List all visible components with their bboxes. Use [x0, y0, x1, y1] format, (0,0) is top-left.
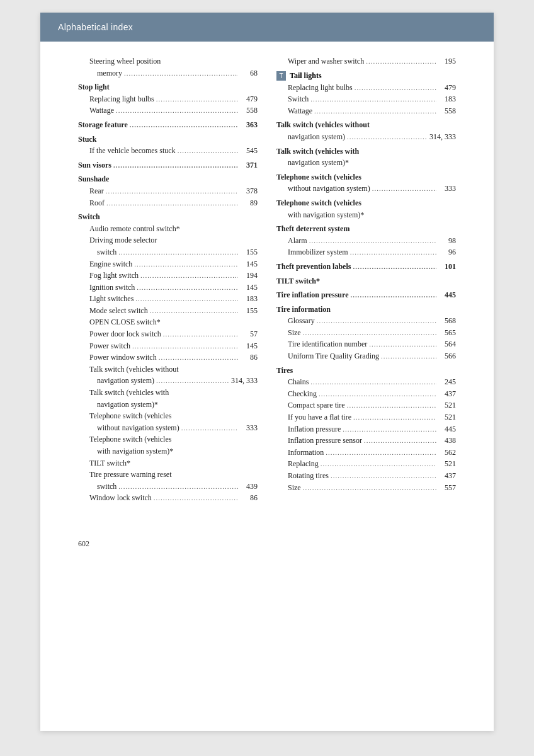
right-column: Wiper and washer switch.................… — [276, 55, 456, 504]
list-item: Tire identification number..............… — [276, 338, 456, 350]
list-item: Tires — [276, 365, 456, 377]
list-item: Audio remote control switch* — [78, 223, 258, 235]
list-item: switch..................................… — [78, 246, 258, 258]
t-badge: T — [276, 71, 286, 81]
list-item: Checking................................… — [276, 388, 456, 400]
list-item: Replacing light bulbs...................… — [78, 93, 258, 105]
page: Alphabetical index Steering wheel positi… — [40, 13, 494, 731]
list-item: Roof....................................… — [78, 197, 258, 209]
list-item: Talk switch (vehicles without — [276, 119, 456, 131]
list-item: Rear....................................… — [78, 185, 258, 197]
list-item: Talk switch (vehicles without — [78, 364, 258, 375]
list-item: Light switches..........................… — [78, 293, 258, 305]
tail-lights-label: Tail lights — [290, 71, 322, 81]
list-item: Compact spare tire......................… — [276, 399, 456, 411]
list-item: TILT switch* — [276, 275, 456, 287]
list-item: Tire inflation pressure.................… — [276, 289, 456, 301]
list-item: Wattage.................................… — [276, 105, 456, 117]
list-item: TILT switch* — [78, 457, 258, 469]
list-item: Theft deterrent system — [276, 223, 456, 235]
list-item: with navigation system)* — [276, 209, 456, 221]
list-item: Inflation pressure sensor...............… — [276, 435, 456, 447]
list-item: Immobilizer system......................… — [276, 246, 456, 258]
list-item: Sunshade — [78, 173, 258, 185]
list-item: with navigation system)* — [78, 445, 258, 457]
list-item: Telephone switch (vehicles — [78, 433, 258, 445]
list-item: Talk switch (vehicles with — [276, 146, 456, 158]
list-item: switch..................................… — [78, 481, 258, 493]
list-item: Ignition switch.........................… — [78, 282, 258, 294]
list-item: without navigation system)..............… — [276, 183, 456, 195]
list-item: navigation system)......................… — [78, 375, 258, 387]
list-item: without navigation system)..............… — [78, 422, 258, 434]
list-item: Wiper and washer switch.................… — [276, 55, 456, 67]
list-item: Switch..................................… — [276, 93, 456, 105]
list-item: Tire information — [276, 304, 456, 316]
list-item: Wattage.................................… — [78, 105, 258, 117]
list-item: Size....................................… — [276, 327, 456, 339]
list-item: Telephone switch (vehicles — [276, 197, 456, 209]
list-item: Uniform Tire Quality Grading............… — [276, 350, 456, 362]
list-item: Information.............................… — [276, 447, 456, 459]
list-item: Replacing...............................… — [276, 458, 456, 470]
list-item: Power switch............................… — [78, 340, 258, 352]
header-title: Alphabetical index — [58, 22, 133, 32]
list-item: Steering wheel position — [78, 55, 258, 67]
list-item: Size....................................… — [276, 482, 456, 494]
list-item: Alarm...................................… — [276, 235, 456, 247]
left-column: Steering wheel positionmemory...........… — [78, 55, 258, 504]
list-item: Switch — [78, 211, 258, 223]
list-item: Glossary................................… — [276, 315, 456, 327]
list-item: Tire pressure warning reset — [78, 469, 258, 481]
list-item: If you have a flat tire.................… — [276, 411, 456, 423]
list-item: Storage feature.........................… — [78, 119, 258, 131]
list-item: Telephone switch (vehicles — [276, 171, 456, 183]
list-item: Power door lock switch..................… — [78, 328, 258, 340]
list-item: Engine switch...........................… — [78, 258, 258, 270]
list-item: Power window switch.....................… — [78, 352, 258, 364]
header-bar: Alphabetical index — [40, 13, 494, 42]
list-item: Stop light — [78, 81, 258, 93]
page-number: 602 — [40, 539, 494, 561]
list-item: Chains..................................… — [276, 376, 456, 388]
list-item: Talk switch (vehicles with — [78, 387, 258, 399]
list-item: Driving mode selector — [78, 234, 258, 246]
list-item: Stuck — [78, 134, 258, 146]
list-item: OPEN CLOSE switch* — [78, 316, 258, 328]
list-item: Theft prevention labels.................… — [276, 261, 456, 273]
list-item: Mode select switch......................… — [78, 305, 258, 317]
list-item: navigation system)* — [78, 399, 258, 411]
list-item: Window lock switch......................… — [78, 492, 258, 504]
list-item: navigation system)* — [276, 157, 456, 169]
tail-lights-header: TTail lights — [276, 71, 456, 81]
list-item: Telephone switch (vehicles — [78, 410, 258, 422]
list-item: If the vehicle becomes stuck............… — [78, 145, 258, 157]
list-item: Rotating tires..........................… — [276, 470, 456, 482]
list-item: Inflation pressure......................… — [276, 423, 456, 435]
list-item: Sun visors..............................… — [78, 159, 258, 171]
list-item: navigation system)......................… — [276, 131, 456, 143]
list-item: memory..................................… — [78, 67, 258, 79]
page-content: Steering wheel positionmemory...........… — [40, 42, 494, 529]
list-item: Fog light switch........................… — [78, 270, 258, 282]
list-item: Replacing light bulbs...................… — [276, 82, 456, 94]
